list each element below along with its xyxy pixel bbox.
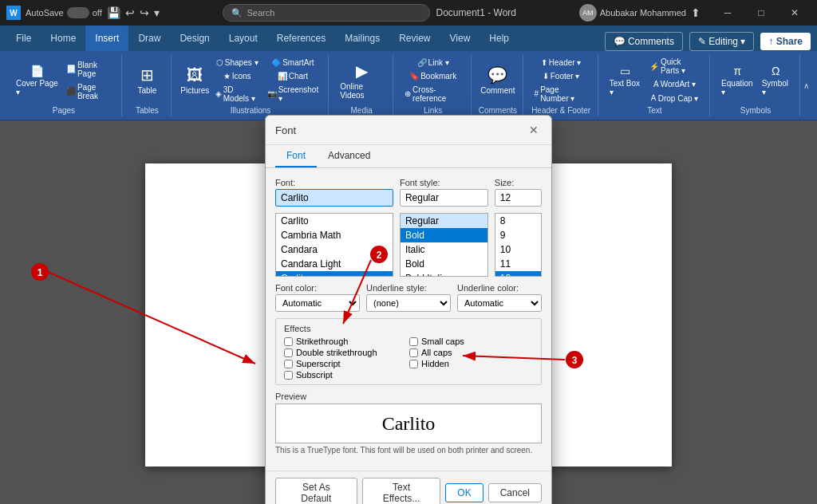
font-size-input[interactable] xyxy=(495,189,542,207)
cancel-button[interactable]: Cancel xyxy=(488,483,542,502)
text-box-button[interactable]: ▭ Text Box ▾ xyxy=(606,63,645,98)
ribbon-collapse-button[interactable]: ∧ xyxy=(802,80,811,92)
font-list-item[interactable]: Candara xyxy=(276,242,393,257)
size-list-item-selected[interactable]: 12 xyxy=(495,271,541,277)
hidden-checkbox[interactable] xyxy=(409,360,418,368)
hidden-effect[interactable]: Hidden xyxy=(409,359,533,368)
font-name-input[interactable] xyxy=(275,189,393,207)
editing-button[interactable]: ✎ Editing ▾ xyxy=(689,32,754,51)
style-list-item[interactable]: Bold Italic xyxy=(401,271,487,277)
underline-style-select[interactable]: (none) xyxy=(366,294,451,312)
font-style-input[interactable] xyxy=(400,189,488,207)
superscript-checkbox[interactable] xyxy=(284,360,293,368)
symbol-button[interactable]: Ω Symbol ▾ xyxy=(759,63,793,98)
tab-mailings[interactable]: Mailings xyxy=(335,26,389,51)
size-list-item[interactable]: 9 xyxy=(495,228,541,242)
strikethrough-checkbox[interactable] xyxy=(284,337,293,346)
superscript-effect[interactable]: Superscript xyxy=(284,359,408,368)
tab-file[interactable]: File xyxy=(6,26,41,51)
close-button[interactable]: ✕ xyxy=(779,0,811,26)
redo-icon[interactable]: ↪ xyxy=(140,6,149,19)
dialog-close-button[interactable]: ✕ xyxy=(526,122,542,138)
blank-page-button[interactable]: 📃 Blank Page xyxy=(63,59,115,80)
set-as-default-button[interactable]: Set As Default xyxy=(275,478,357,504)
tab-draw[interactable]: Draw xyxy=(128,26,170,51)
more-icon[interactable]: ▾ xyxy=(154,6,160,19)
font-list-item[interactable]: Candara Light xyxy=(276,257,393,271)
equation-button[interactable]: π Equation ▾ xyxy=(718,63,757,98)
save-icon[interactable]: 💾 xyxy=(107,6,120,19)
preview-box: Carlito xyxy=(275,404,542,443)
tab-references[interactable]: References xyxy=(267,26,335,51)
all-caps-effect[interactable]: All caps xyxy=(409,348,533,357)
smartart-button[interactable]: 🔷 SmartArt xyxy=(264,57,322,69)
search-box[interactable]: 🔍 Search xyxy=(223,4,430,22)
font-list-item[interactable]: Carlito xyxy=(276,214,393,228)
dialog-tab-advanced[interactable]: Advanced xyxy=(317,145,381,167)
font-list-item-selected[interactable]: Carlito xyxy=(276,271,393,277)
size-list[interactable]: 8 9 10 11 12 xyxy=(495,213,542,277)
text-box-label: Text Box ▾ xyxy=(610,79,641,96)
maximize-button[interactable]: □ xyxy=(745,0,777,26)
tab-layout[interactable]: Layout xyxy=(219,26,267,51)
style-list-item-selected[interactable]: Bold xyxy=(401,228,487,242)
online-videos-button[interactable]: ▶ Online Videos xyxy=(337,60,386,101)
bookmark-button[interactable]: 🔖 Bookmark xyxy=(401,70,464,82)
footer-icon: ⬇ xyxy=(543,72,549,81)
subscript-checkbox[interactable] xyxy=(284,371,293,380)
page-break-button[interactable]: ⬛ Page Break xyxy=(63,81,115,102)
shapes-button[interactable]: ⬡ Shapes ▾ xyxy=(212,57,262,69)
cover-page-button[interactable]: 📄 Cover Page ▾ xyxy=(13,63,61,98)
tab-review[interactable]: Review xyxy=(389,26,440,51)
all-caps-checkbox[interactable] xyxy=(409,348,418,357)
tab-insert[interactable]: Insert xyxy=(85,26,128,51)
dialog-tab-font[interactable]: Font xyxy=(275,145,317,167)
style-list-item[interactable]: Bold xyxy=(401,257,487,271)
font-list-item[interactable]: Cambria Math xyxy=(276,228,393,242)
size-list-item[interactable]: 10 xyxy=(495,242,541,257)
drop-cap-button[interactable]: Ꭺ Drop Cap ▾ xyxy=(646,92,703,104)
chart-button[interactable]: 📊 Chart xyxy=(264,70,322,82)
text-effects-button[interactable]: Text Effects... xyxy=(362,478,441,504)
header-button[interactable]: ⬆ Header ▾ xyxy=(531,57,591,69)
underline-style-field: Underline style: (none) xyxy=(366,283,451,312)
font-list[interactable]: Carlito Cambria Math Candara Candara Lig… xyxy=(275,213,393,277)
page-number-button[interactable]: # Page Number ▾ xyxy=(531,84,591,104)
size-list-item[interactable]: 8 xyxy=(495,214,541,228)
wordart-button[interactable]: A WordArt ▾ xyxy=(646,78,703,90)
cross-reference-button[interactable]: ⊕ Cross-reference xyxy=(401,84,464,104)
minimize-button[interactable]: ─ xyxy=(712,0,744,26)
small-caps-checkbox[interactable] xyxy=(409,337,418,346)
text-group-label: Text xyxy=(647,106,661,115)
quick-parts-button[interactable]: ⚡ Quick Parts ▾ xyxy=(646,56,703,77)
tab-view[interactable]: View xyxy=(440,26,480,51)
share-button[interactable]: ↑ Share xyxy=(760,33,811,50)
3d-models-icon: ◈ xyxy=(215,89,222,98)
icons-button[interactable]: ★ Icons xyxy=(212,70,262,82)
double-strikethrough-checkbox[interactable] xyxy=(284,348,293,357)
subscript-effect[interactable]: Subscript xyxy=(284,370,408,380)
comment-button[interactable]: 💬 Comment xyxy=(477,64,518,96)
size-list-item[interactable]: 11 xyxy=(495,257,541,271)
tab-help[interactable]: Help xyxy=(480,26,519,51)
double-strikethrough-effect[interactable]: Double strikethrough xyxy=(284,348,408,357)
tab-design[interactable]: Design xyxy=(170,26,219,51)
style-list-item[interactable]: Italic xyxy=(401,242,487,257)
style-list[interactable]: Regular Bold Italic Bold Bold Italic xyxy=(400,213,488,277)
ok-button[interactable]: OK xyxy=(445,483,483,502)
style-list-item[interactable]: Regular xyxy=(401,214,487,228)
screenshot-button[interactable]: 📷 Screenshot ▾ xyxy=(264,84,322,104)
font-color-select[interactable]: Automatic xyxy=(275,294,360,312)
undo-icon[interactable]: ↩ xyxy=(125,6,135,19)
autosave-toggle[interactable] xyxy=(67,7,89,18)
3d-models-button[interactable]: ◈ 3D Models ▾ xyxy=(212,84,262,104)
table-button[interactable]: ⊞ Table xyxy=(132,64,161,96)
tab-home[interactable]: Home xyxy=(41,26,85,51)
small-caps-effect[interactable]: Small caps xyxy=(409,337,533,346)
strikethrough-effect[interactable]: Strikethrough xyxy=(284,337,408,346)
link-button[interactable]: 🔗 Link ▾ xyxy=(401,57,464,69)
footer-button[interactable]: ⬇ Footer ▾ xyxy=(531,70,591,82)
pictures-button[interactable]: 🖼 Pictures xyxy=(180,65,211,96)
comments-button[interactable]: 💬 Comments xyxy=(605,32,683,51)
underline-color-select[interactable]: Automatic xyxy=(457,294,542,312)
